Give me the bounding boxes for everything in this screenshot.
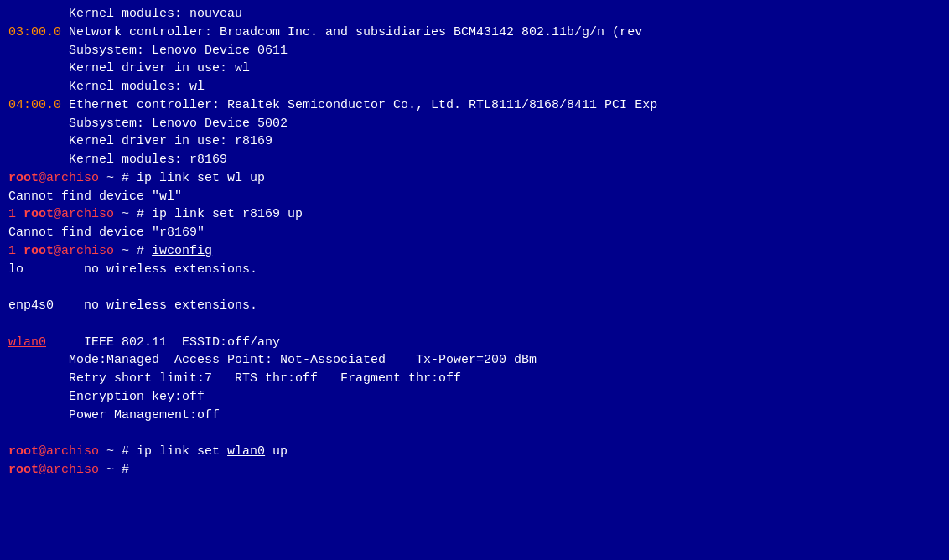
terminal-line: Retry short limit:7 RTS thr:off Fragment… xyxy=(8,370,941,388)
prompt-host: archiso xyxy=(46,171,99,185)
prompt-at: @ xyxy=(39,171,46,185)
terminal-line: Cannot find device "r8169" xyxy=(8,224,941,242)
exit-code: 1 xyxy=(8,207,16,221)
terminal-line: 04:00.0 Ethernet controller: Realtek Sem… xyxy=(8,96,941,115)
terminal-line: lo no wireless extensions. xyxy=(8,261,941,279)
terminal-line: Mode:Managed Access Point: Not-Associate… xyxy=(8,351,941,370)
empty-line xyxy=(8,424,941,443)
prompt-host: archiso xyxy=(46,463,99,477)
terminal-line: Subsystem: Lenovo Device 0611 xyxy=(8,42,941,60)
prompt-user: root xyxy=(8,444,39,459)
terminal-line: wlan0 IEEE 802.11 ESSID:off/any xyxy=(8,334,941,352)
prompt-host: archiso xyxy=(46,444,99,459)
terminal-prompt-line: root@archiso ~ # ip link set wlan0 up xyxy=(8,443,941,461)
command-text: ip link set r8169 up xyxy=(152,207,303,221)
prompt-tilde: ~ # xyxy=(99,171,137,185)
prompt-host: archiso xyxy=(61,244,114,258)
terminal-line: Kernel driver in use: wl xyxy=(8,60,941,78)
prompt-user: root xyxy=(8,171,39,185)
terminal: Kernel modules: nouveau 03:00.0 Network … xyxy=(8,5,941,555)
terminal-line: Kernel modules: r8169 xyxy=(8,151,941,169)
prompt-at: @ xyxy=(54,207,61,221)
terminal-prompt-line: root@archiso ~ # xyxy=(8,461,941,480)
command-text-rest: up xyxy=(265,444,288,459)
terminal-prompt-line: root@archiso ~ # ip link set wl up xyxy=(8,169,941,188)
prompt-user: root xyxy=(8,463,39,477)
command-text: iwconfig xyxy=(152,244,212,258)
prompt-at: @ xyxy=(39,444,46,459)
prompt-at: @ xyxy=(54,244,61,258)
command-text: ip link set wl up xyxy=(137,171,265,185)
pci-addr: 03:00.0 xyxy=(8,25,61,39)
terminal-line: Encryption key:off xyxy=(8,388,941,407)
terminal-line: Subsystem: Lenovo Device 5002 xyxy=(8,115,941,133)
prompt-user: root xyxy=(23,244,54,258)
empty-line xyxy=(8,278,941,297)
empty-line xyxy=(8,315,941,334)
terminal-line: Kernel modules: nouveau xyxy=(8,5,941,23)
terminal-line: Power Management:off xyxy=(8,407,941,425)
terminal-line: Kernel modules: wl xyxy=(8,78,941,96)
terminal-line: Kernel driver in use: r8169 xyxy=(8,132,941,151)
pci-addr: 04:00.0 xyxy=(8,98,61,112)
terminal-prompt-line: 1 root@archiso ~ # ip link set r8169 up xyxy=(8,205,941,224)
terminal-line: enp4s0 no wireless extensions. xyxy=(8,297,941,315)
exit-code: 1 xyxy=(8,244,16,258)
prompt-at: @ xyxy=(39,463,46,477)
terminal-line: 03:00.0 Network controller: Broadcom Inc… xyxy=(8,23,941,42)
prompt-host: archiso xyxy=(61,207,114,221)
wlan-iface: wlan0 xyxy=(8,335,46,350)
terminal-prompt-line: 1 root@archiso ~ # iwconfig xyxy=(8,242,941,261)
prompt-user: root xyxy=(23,207,54,221)
command-text: ip link set xyxy=(137,444,227,459)
terminal-line: Cannot find device "wl" xyxy=(8,188,941,206)
command-underline: wlan0 xyxy=(227,444,265,459)
